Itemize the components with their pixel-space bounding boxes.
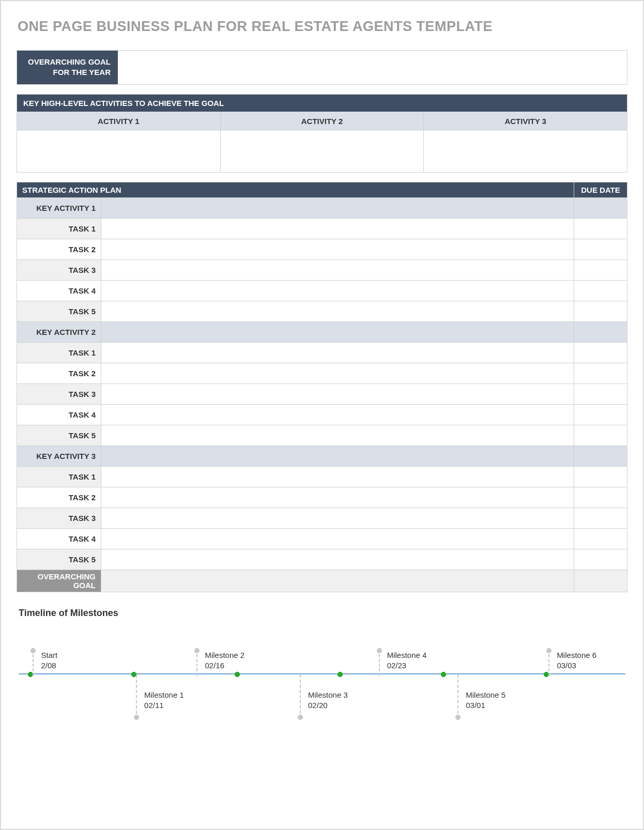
overarching-goal-label: OVERARCHING GOAL FOR THE YEAR [17, 51, 118, 84]
timeline-date: 02/11 [144, 700, 206, 711]
timeline-tick [441, 672, 446, 677]
timeline-date: 03/03 [557, 660, 619, 671]
key-activity-row: KEY ACTIVITY 1 [17, 197, 627, 218]
task-cell[interactable] [101, 342, 574, 363]
task-due[interactable] [574, 508, 627, 528]
task-due[interactable] [574, 301, 627, 321]
activities-section: KEY HIGH-LEVEL ACTIVITIES TO ACHIEVE THE… [17, 94, 627, 173]
task-due[interactable] [574, 466, 627, 487]
activity-1-header: ACTIVITY 1 [17, 112, 221, 131]
key-activity-due[interactable] [574, 445, 627, 466]
timeline-text: Milestone 302/20 [298, 690, 370, 710]
task-cell[interactable] [101, 259, 574, 280]
page-title: ONE PAGE BUSINESS PLAN FOR REAL ESTATE A… [18, 19, 627, 35]
task-cell[interactable] [101, 280, 574, 301]
due-header: DUE DATE [574, 182, 627, 197]
activities-header: KEY HIGH-LEVEL ACTIVITIES TO ACHIEVE THE… [17, 95, 627, 112]
task-due[interactable] [574, 363, 627, 383]
activity-3-cell[interactable] [424, 131, 627, 172]
task-due[interactable] [574, 404, 627, 425]
task-row: TASK 5 [17, 549, 627, 570]
timeline-item: Milestone 503/01 [455, 690, 528, 710]
activity-1-cell[interactable] [17, 131, 221, 172]
task-row: TASK 5 [17, 301, 627, 321]
timeline-item: Milestone 603/03 [546, 650, 619, 670]
timeline-item: Milestone 202/16 [194, 650, 267, 670]
timeline-label: Milestone 5 [466, 690, 528, 700]
task-due[interactable] [574, 218, 627, 239]
task-cell[interactable] [101, 466, 574, 487]
task-label: TASK 1 [17, 218, 101, 239]
key-activity-cell[interactable] [101, 321, 574, 342]
task-label: TASK 3 [17, 259, 101, 280]
task-label: TASK 5 [17, 301, 101, 321]
timeline-connector [196, 654, 197, 676]
activity-3-header: ACTIVITY 3 [424, 112, 627, 131]
task-due[interactable] [574, 342, 627, 363]
task-label: TASK 4 [17, 404, 101, 425]
document-page: ONE PAGE BUSINESS PLAN FOR REAL ESTATE A… [0, 0, 644, 830]
task-row: TASK 1 [17, 218, 627, 239]
timeline-dot-icon [298, 715, 303, 720]
overarching-goal-table-label: OVERARCHINGGOAL [17, 570, 101, 592]
activity-2-cell[interactable] [221, 131, 424, 172]
task-due[interactable] [574, 239, 627, 259]
task-cell[interactable] [101, 487, 574, 508]
task-cell[interactable] [101, 425, 574, 445]
task-label: TASK 4 [17, 280, 101, 301]
strategic-plan-table: STRATEGIC ACTION PLAN DUE DATE KEY ACTIV… [17, 182, 627, 593]
key-activity-label: KEY ACTIVITY 3 [17, 445, 101, 466]
plan-header-row: STRATEGIC ACTION PLAN DUE DATE [17, 182, 627, 197]
key-activity-due[interactable] [574, 197, 627, 218]
timeline-connector [300, 674, 301, 714]
task-row: TASK 1 [17, 342, 627, 363]
timeline-item: Milestone 402/23 [377, 650, 449, 670]
task-cell[interactable] [101, 528, 574, 549]
overarching-goal-cell[interactable] [101, 570, 574, 592]
task-row: TASK 2 [17, 239, 627, 259]
task-row: TASK 4 [17, 280, 627, 301]
task-due[interactable] [574, 280, 627, 301]
overarching-goal-value[interactable] [118, 51, 627, 84]
key-activity-row: KEY ACTIVITY 3 [17, 445, 627, 466]
task-label: TASK 3 [17, 508, 101, 528]
timeline: Start2/08Milestone 102/11Milestone 202/1… [19, 628, 625, 731]
timeline-item: Start2/08 [30, 650, 103, 670]
key-activity-row: KEY ACTIVITY 2 [17, 321, 627, 342]
task-due[interactable] [574, 259, 627, 280]
task-cell[interactable] [101, 549, 574, 570]
task-due[interactable] [574, 425, 627, 445]
task-due[interactable] [574, 487, 627, 508]
task-label: TASK 2 [17, 363, 101, 383]
key-activity-cell[interactable] [101, 197, 574, 218]
overarching-goal-due[interactable] [574, 570, 627, 592]
activities-cells [17, 131, 627, 172]
task-cell[interactable] [101, 404, 574, 425]
timeline-text: Start2/08 [30, 650, 103, 670]
timeline-dot-icon [455, 715, 461, 720]
task-cell[interactable] [101, 239, 574, 259]
task-cell[interactable] [101, 218, 574, 239]
task-row: TASK 2 [17, 363, 627, 383]
task-due[interactable] [574, 528, 627, 549]
key-activity-due[interactable] [574, 321, 627, 342]
task-cell[interactable] [101, 363, 574, 383]
task-row: TASK 3 [17, 259, 627, 280]
timeline-label: Start [41, 650, 103, 660]
task-cell[interactable] [101, 383, 574, 404]
key-activity-label: KEY ACTIVITY 1 [17, 197, 101, 218]
timeline-item: Milestone 302/20 [298, 690, 370, 710]
key-activity-cell[interactable] [101, 445, 574, 466]
task-due[interactable] [574, 549, 627, 570]
task-label: TASK 5 [17, 549, 101, 570]
timeline-connector [379, 654, 380, 676]
timeline-dot-icon [134, 715, 139, 720]
timeline-date: 02/16 [205, 660, 267, 671]
task-cell[interactable] [101, 508, 574, 528]
task-row: TASK 4 [17, 404, 627, 425]
timeline-text: Milestone 402/23 [377, 650, 449, 670]
task-row: TASK 1 [17, 466, 627, 487]
key-activity-label: KEY ACTIVITY 2 [17, 321, 101, 342]
task-cell[interactable] [101, 301, 574, 321]
task-due[interactable] [574, 383, 627, 404]
